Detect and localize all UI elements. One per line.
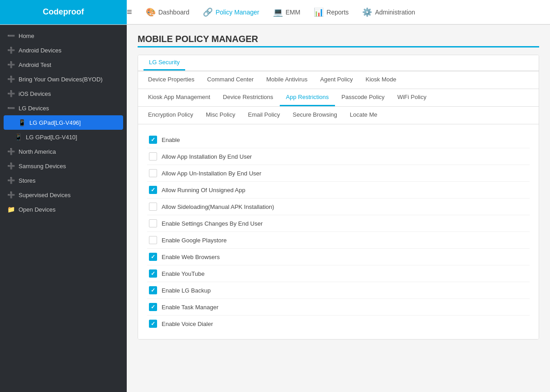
reports-icon: 📊: [314, 7, 324, 17]
tab-locate-me[interactable]: Locate Me: [344, 107, 384, 124]
nav-item-reports[interactable]: 📊Reports: [308, 5, 354, 20]
sidebar-item-android-devices[interactable]: ➕Android Devices: [0, 43, 127, 57]
sidebar-icon-lg-gpad-v496: 📱: [18, 119, 26, 126]
tab-command-center[interactable]: Command Center: [201, 71, 260, 89]
checkbox-enable-lg-backup[interactable]: [149, 286, 157, 294]
sidebar-item-lg-devices[interactable]: ➖LG Devices: [0, 101, 127, 115]
tab-bar-row3: Encryption PolicyMisc PolicyEmail Policy…: [138, 107, 539, 124]
sidebar-item-lg-gpad-v410[interactable]: 📱LG GPad[LG-V410]: [0, 130, 127, 144]
checkbox-label-allow-unsigned: Allow Running Of Unsigned App: [162, 187, 245, 194]
sidebar-label-android-test: Android Test: [19, 61, 51, 68]
checkbox-list: EnableAllow App Installation By End User…: [138, 124, 539, 339]
sidebar-item-stores[interactable]: ➕Stores: [0, 173, 127, 188]
emm-icon: 💻: [273, 7, 283, 17]
checkbox-item-allow-sideloading: Allow Sideloading(Manual APK Installatio…: [147, 198, 530, 215]
tab-kiosk-mode[interactable]: Kiosk Mode: [359, 71, 403, 89]
sidebar-item-north-america[interactable]: ➕North America: [0, 144, 127, 159]
tab-bar-row2: Kiosk App ManagementDevice RestrictionsA…: [138, 89, 539, 107]
lg-security-tab-bar: LG Security: [138, 55, 539, 71]
checkbox-allow-unsigned[interactable]: [149, 186, 157, 194]
sidebar-item-samsung-devices[interactable]: ➕Samsung Devices: [0, 159, 127, 173]
sidebar-icon-byod: ➕: [7, 76, 15, 83]
sidebar-item-android-test[interactable]: ➕Android Test: [0, 57, 127, 72]
nav-item-policy-manager[interactable]: 🔗Policy Manager: [197, 5, 265, 20]
checkbox-label-enable-settings-changes: Enable Settings Changes By End User: [162, 220, 263, 227]
checkbox-item-enable-task-manager: Enable Task Manager: [147, 299, 530, 316]
checkbox-item-enable-voice-dialer: Enable Voice Dialer: [147, 316, 530, 332]
nav-item-dashboard[interactable]: 🎨Dashboard: [140, 5, 195, 20]
sidebar-icon-lg-gpad-v410: 📱: [14, 133, 22, 141]
sidebar-icon-stores: ➕: [7, 177, 15, 184]
sidebar-item-home[interactable]: ➖Home: [0, 28, 127, 43]
checkbox-label-enable-voice-dialer: Enable Voice Dialer: [162, 321, 213, 327]
sidebar-icon-lg-devices: ➖: [7, 104, 15, 112]
sidebar-item-byod[interactable]: ➕Bring Your Own Devices(BYOD): [0, 72, 127, 86]
main-layout: ➖Home➕Android Devices➕Android Test➕Bring…: [0, 25, 550, 392]
checkbox-enable[interactable]: [149, 136, 157, 144]
nav-item-label-emm: EMM: [286, 9, 301, 16]
checkbox-enable-voice-dialer[interactable]: [149, 320, 157, 328]
checkbox-enable-task-manager[interactable]: [149, 303, 157, 311]
tab-email-policy[interactable]: Email Policy: [242, 107, 287, 124]
checkbox-item-allow-install: Allow App Installation By End User: [147, 148, 530, 165]
checkbox-allow-uninstall[interactable]: [149, 169, 157, 177]
checkbox-enable-youtube[interactable]: [149, 269, 157, 278]
nav-item-emm[interactable]: 💻EMM: [268, 5, 306, 20]
checkbox-enable-google-playstore[interactable]: [149, 236, 157, 244]
tab-wifi-policy[interactable]: WiFi Policy: [391, 89, 433, 106]
content-area: MOBILE POLICY MANAGER LG Security Device…: [127, 25, 550, 392]
sidebar-icon-supervised-devices: ➕: [7, 191, 15, 198]
sidebar-item-supervised-devices[interactable]: ➕Supervised Devices: [0, 188, 127, 202]
dashboard-icon: 🎨: [146, 7, 156, 17]
nav-items: 🎨Dashboard🔗Policy Manager💻EMM📊Reports⚙️A…: [137, 5, 545, 20]
checkbox-label-allow-sideloading: Allow Sideloading(Manual APK Installatio…: [162, 203, 274, 210]
sidebar-label-supervised-devices: Supervised Devices: [19, 192, 71, 198]
sidebar: ➖Home➕Android Devices➕Android Test➕Bring…: [0, 25, 127, 392]
checkbox-allow-sideloading[interactable]: [149, 203, 157, 211]
page-title: MOBILE POLICY MANAGER: [138, 34, 539, 44]
nav-item-label-dashboard: Dashboard: [158, 9, 190, 16]
tab-encryption-policy[interactable]: Encryption Policy: [142, 107, 200, 124]
checkbox-label-enable-youtube: Enable YouTube: [162, 270, 205, 277]
tab-kiosk-app-management[interactable]: Kiosk App Management: [142, 89, 216, 106]
checkbox-enable-web-browsers[interactable]: [149, 253, 157, 261]
sidebar-label-ios-devices: iOS Devices: [19, 90, 51, 97]
checkbox-label-allow-uninstall: Allow App Un-Installation By End User: [162, 170, 261, 177]
sidebar-icon-android-devices: ➕: [7, 47, 15, 54]
sidebar-item-lg-gpad-v496[interactable]: 📱LG GPad[LG-V496]: [4, 115, 123, 130]
sidebar-label-stores: Stores: [19, 177, 36, 184]
tab-device-properties[interactable]: Device Properties: [142, 71, 201, 89]
sidebar-icon-samsung-devices: ➕: [7, 162, 15, 170]
checkbox-label-enable-task-manager: Enable Task Manager: [162, 304, 219, 311]
tab-secure-browsing[interactable]: Secure Browsing: [287, 107, 344, 124]
checkbox-item-enable-youtube: Enable YouTube: [147, 265, 530, 282]
checkbox-item-enable: Enable: [147, 132, 530, 148]
nav-item-label-administration: Administration: [375, 9, 415, 16]
tab-misc-policy[interactable]: Misc Policy: [200, 107, 242, 124]
tab-mobile-antivirus[interactable]: Mobile Antivirus: [260, 71, 314, 89]
app-logo: Codeproof: [0, 0, 127, 24]
sidebar-icon-home: ➖: [7, 32, 15, 39]
checkbox-allow-install[interactable]: [149, 152, 157, 161]
nav-item-administration[interactable]: ⚙️Administration: [357, 5, 421, 20]
sidebar-label-home: Home: [19, 33, 34, 39]
sidebar-item-ios-devices[interactable]: ➕iOS Devices: [0, 86, 127, 101]
checkbox-item-enable-settings-changes: Enable Settings Changes By End User: [147, 215, 530, 232]
checkbox-item-allow-uninstall: Allow App Un-Installation By End User: [147, 165, 530, 182]
tab-device-restrictions[interactable]: Device Restrictions: [216, 89, 279, 106]
sidebar-item-open-devices[interactable]: 📁Open Devices: [0, 202, 127, 217]
sidebar-label-android-devices: Android Devices: [19, 47, 62, 54]
tab-lg-security[interactable]: LG Security: [143, 55, 185, 71]
sidebar-icon-ios-devices: ➕: [7, 90, 15, 97]
tab-agent-policy[interactable]: Agent Policy: [314, 71, 359, 89]
sidebar-label-lg-gpad-v410: LG GPad[LG-V410]: [26, 134, 77, 141]
tab-passcode-policy[interactable]: Passcode Policy: [335, 89, 391, 106]
tab-app-restrictions[interactable]: App Restrictions: [280, 89, 335, 106]
nav-item-label-policy-manager: Policy Manager: [215, 9, 259, 16]
sidebar-label-open-devices: Open Devices: [19, 206, 56, 213]
checkbox-label-enable: Enable: [162, 137, 180, 143]
checkbox-label-enable-google-playstore: Enable Google Playstore: [162, 237, 227, 244]
hamburger-icon[interactable]: ≡: [127, 7, 132, 17]
nav-item-label-reports: Reports: [326, 9, 349, 16]
checkbox-enable-settings-changes[interactable]: [149, 219, 157, 227]
